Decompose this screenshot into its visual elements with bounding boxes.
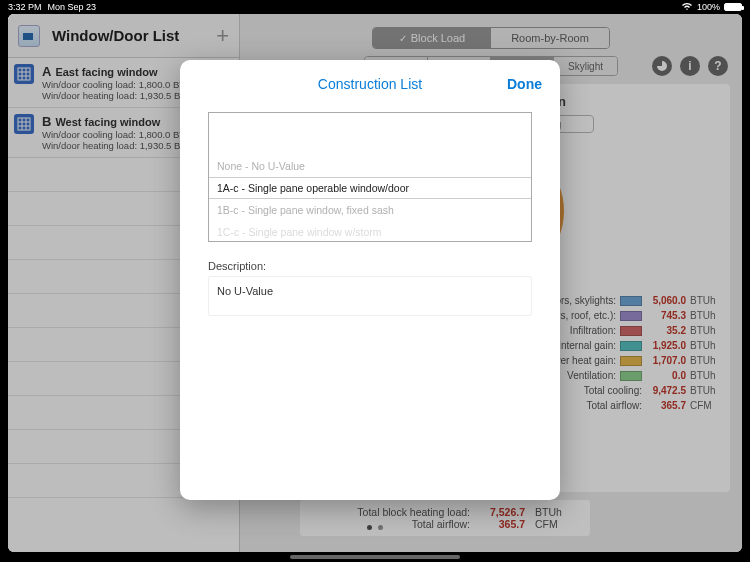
description-text: No U-Value <box>208 276 532 316</box>
wifi-icon <box>681 2 693 13</box>
done-button[interactable]: Done <box>507 76 542 92</box>
description-label: Description: <box>208 260 532 272</box>
battery-icon <box>724 3 742 11</box>
status-time: 3:32 PM <box>8 2 42 12</box>
construction-picker[interactable]: None - No U-Value1A-c - Single pane oper… <box>208 112 532 242</box>
status-date: Mon Sep 23 <box>48 2 97 12</box>
status-bar: 3:32 PM Mon Sep 23 100% <box>0 0 750 14</box>
battery-percent: 100% <box>697 2 720 12</box>
construction-list-modal: Construction List Done None - No U-Value… <box>180 60 560 500</box>
modal-title: Construction List <box>180 76 560 92</box>
home-indicator[interactable] <box>290 555 460 559</box>
